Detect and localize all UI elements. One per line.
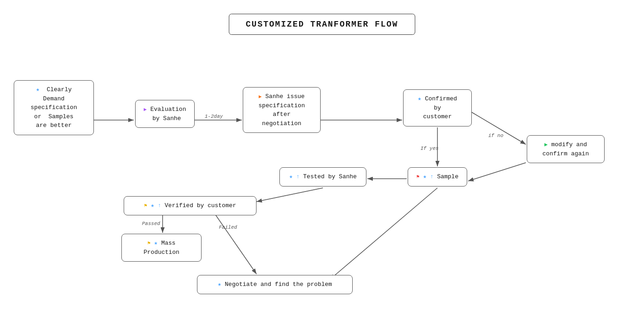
label-if-yes: If yes — [420, 146, 439, 151]
node-negotiate-text: Negotiate and find the problem — [225, 281, 332, 288]
star-icon-verified: ★ — [151, 202, 154, 209]
star-icon-confirmed: ★ — [418, 95, 421, 102]
star-icon-sample: ★ — [423, 173, 426, 180]
node-eval-text: Evaluation by Sanhe — [149, 106, 186, 122]
node-negotiate: ★ Negotiate and find the problem — [197, 275, 353, 294]
node-clearly: ★ ClearlyDemandspecificationor Samplesar… — [14, 80, 94, 135]
label-days: 1-2day — [205, 114, 223, 119]
star-icon-negotiate: ★ — [218, 281, 221, 288]
arrow-icon-verified: ↑ — [158, 203, 161, 209]
node-modify: ▶ modify andconfirm again — [527, 135, 605, 163]
node-eval: ▶ Evaluation by Sanhe — [135, 100, 195, 128]
svg-line-5 — [472, 112, 526, 144]
star-icon-tested: ★ — [289, 173, 293, 180]
title-box: CUSTOMIZED TRANFORMER FLOW — [229, 14, 415, 35]
star-icon-mass: ★ — [154, 240, 158, 247]
node-modify-text: modify andconfirm again — [542, 141, 589, 157]
label-failed: Failed — [219, 225, 237, 230]
svg-line-10 — [215, 214, 257, 274]
flag-icon-mass: ⚑ — [147, 241, 151, 246]
label-passed: Passed — [142, 221, 160, 226]
title-text: CUSTOMIZED TRANFORMER FLOW — [246, 20, 398, 29]
flag-icon-sample: ⚑ — [416, 174, 420, 180]
node-sample: ⚑ ★ ↑ Sample — [408, 167, 467, 187]
play-icon-eval: ▶ — [144, 107, 147, 112]
node-sample-text: Sample — [437, 173, 458, 180]
node-tested-text: Tested by Sanhe — [303, 173, 357, 180]
svg-line-8 — [257, 188, 323, 202]
node-sanhe-text: Sanhe issuespecificationafternegotiation — [258, 93, 305, 127]
node-verified-text: Verified by customer — [165, 202, 236, 209]
arrow-icon-sample: ↑ — [430, 174, 433, 180]
node-verified: ⚑ ★ ↑ Verified by customer — [124, 196, 257, 215]
flag-icon-verified: ⚑ — [144, 203, 147, 209]
svg-line-6 — [468, 163, 526, 181]
star-icon-clearly: ★ — [36, 86, 39, 93]
node-mass: ⚑ ★ MassProduction — [121, 234, 202, 262]
play-icon-sanhe: ▶ — [259, 94, 262, 99]
node-sanhe-issue: ▶ Sanhe issuespecificationafternegotiati… — [243, 87, 321, 133]
node-confirmed: ★ Confirmedbycustomer — [403, 89, 472, 126]
node-tested: ★ ↑ Tested by Sanhe — [279, 167, 366, 187]
label-if-no: if no — [488, 133, 503, 138]
svg-line-11 — [330, 188, 437, 280]
play-icon-modify: ▶ — [544, 142, 547, 148]
flow-container: CUSTOMIZED TRANFORMER FLOW 1-2day — [0, 0, 644, 313]
arrow-icon-tested: ↑ — [296, 174, 300, 180]
node-confirmed-text: Confirmedbycustomer — [423, 95, 457, 120]
